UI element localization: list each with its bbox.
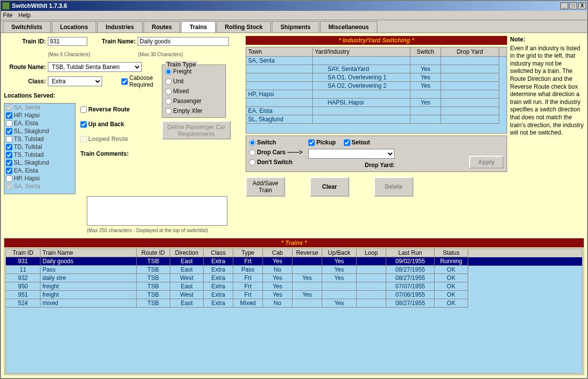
tab-shipments[interactable]: Shipments [272,21,319,33]
trains-col-header[interactable]: Train ID [6,249,40,257]
trains-col-header[interactable]: Cab [263,249,293,257]
minimize-button[interactable]: _ [560,2,568,9]
switching-row[interactable]: EA, Eista [246,107,507,115]
location-checkbox[interactable] [6,128,12,135]
train-id-hint: (Max 6 Characters) [48,52,95,57]
tab-routes[interactable]: Routes [144,21,181,33]
location-item[interactable]: SA, Senta [4,103,75,111]
train-row[interactable]: 11PassTSBEastExtraPassNoYes08/27/1955OK [6,266,582,274]
train-type-radio[interactable] [165,78,172,85]
train-row[interactable]: 931Daily goodsTSBEastExtraFrtYesYes09/02… [6,257,582,266]
train-name-input[interactable] [138,37,229,46]
location-name: SL, Skaglund [14,159,49,166]
class-select[interactable]: Extra [48,76,102,86]
drop-cars-radio[interactable] [249,149,256,156]
trains-col-header[interactable]: Status [435,249,468,257]
switching-row[interactable]: SA, Senta [246,57,507,65]
trains-col-header[interactable]: Up/Back [322,249,357,257]
tab-industries[interactable]: Industries [97,21,142,33]
location-checkbox[interactable] [6,104,12,111]
trains-col-header[interactable]: Class [204,249,233,257]
train-comments-textarea[interactable] [87,196,227,226]
train-row[interactable]: 951freightTSBWestExtraFrtYesYes07/06/195… [6,291,582,299]
trains-col-header[interactable]: Loop [357,249,386,257]
train-id-input[interactable] [48,37,87,46]
clear-button[interactable]: Clear [310,177,349,197]
location-name: SA, Senta [14,104,40,111]
switching-row[interactable]: SAY, SentaYardYes [246,65,507,73]
location-item[interactable]: SL, Skaglund [4,159,75,167]
location-checkbox[interactable] [6,160,12,166]
location-item[interactable]: TS, Tulstad [4,151,75,159]
switching-grid[interactable]: Town Yard/Industry Switch Drop Yard SA, … [246,47,507,134]
looped-route-checkbox[interactable] [80,136,87,142]
location-checkbox[interactable] [6,168,12,174]
train-type-radio[interactable] [165,108,172,114]
caboose-checkbox[interactable] [121,78,128,85]
pickup-checkbox[interactable] [308,139,315,146]
location-item[interactable]: SL, Skaglund [4,127,75,135]
menu-help[interactable]: Help [18,12,31,19]
switching-row[interactable]: SL, Skaglund [246,115,507,124]
locations-listbox[interactable]: SA, SentaHP, HapsiEA, EistaSL, SkaglundT… [4,103,75,194]
tab-trains[interactable]: Trains [181,21,215,33]
trains-col-header[interactable]: Route ID [137,249,170,257]
switching-row[interactable]: HP, Hapsi [246,90,507,99]
switching-row[interactable]: HAPSI, HapsiYes [246,99,507,107]
trains-col-header[interactable]: Type [233,249,263,257]
location-item[interactable]: TD, Tulldal [4,143,75,151]
trains-col-header[interactable]: Direction [170,249,204,257]
pickup-label: Pickup [316,139,335,146]
tab-switchlists[interactable]: Switchlists [3,21,51,33]
apply-button[interactable]: Apply [469,156,504,169]
delete-button[interactable]: Delete [374,177,413,197]
location-checkbox[interactable] [6,144,12,150]
menu-file[interactable]: File [3,12,12,19]
switch-radio[interactable] [249,139,256,146]
close-button[interactable]: X [578,2,586,9]
tab-rolling-stock[interactable]: Rolling Stock [217,21,271,33]
location-checkbox[interactable] [6,136,12,142]
train-type-radio[interactable] [165,98,172,104]
train-comments-hint: (Max 255 characters - Displayed at the t… [87,228,242,233]
location-item[interactable]: EA, Eista [4,167,75,174]
train-type-label: Passenger [173,98,201,104]
location-name: HP, Hapsi [14,112,39,119]
train-type-radio[interactable] [165,88,172,95]
trains-col-header[interactable]: Last Run [386,249,435,257]
location-checkbox[interactable] [6,112,12,119]
define-passenger-button[interactable]: Define Passenger Car Requirements [162,121,231,139]
location-checkbox[interactable] [6,183,12,190]
train-row[interactable]: 950freightTSBEastExtraFrtYes07/07/1955OK [6,282,582,291]
location-item[interactable]: HP, Hapsi [4,111,75,119]
train-row[interactable]: 932daily xtreTSBWestExtraFrtYesYesYes08/… [6,274,582,282]
add-save-button[interactable]: Add/Save Train [246,177,285,197]
tab-miscellaneous[interactable]: Miscellaneous [320,21,377,33]
route-name-select[interactable]: TSB, Tuldall Senta Banen [48,62,142,72]
location-checkbox[interactable] [6,120,12,127]
train-type-radio[interactable] [165,69,172,75]
switching-title: * Industry/Yard Switching * [246,36,507,45]
location-checkbox[interactable] [6,175,12,182]
up-and-back-checkbox[interactable] [80,121,87,128]
trains-col-header[interactable]: Reverse [293,249,322,257]
switching-row[interactable]: SA O1, Overlevering 1Yes [246,73,507,82]
reverse-route-checkbox[interactable] [80,106,87,113]
dont-switch-label: Don't Switch [257,159,293,166]
dont-switch-radio[interactable] [249,159,256,166]
switching-row[interactable]: SA O2, Overlevering 2Yes [246,82,507,90]
trains-col-header[interactable]: Train Name [40,249,137,257]
location-item[interactable]: HP, Hapsi [4,174,75,182]
location-item[interactable]: SA, Senta [4,182,75,190]
train-row[interactable]: 524mixedTSBEastExtraMixedNoYes08/27/1955… [6,299,582,308]
location-checkbox[interactable] [6,152,12,158]
trains-grid[interactable]: Train IDTrain NameRoute IDDirectionClass… [5,248,583,374]
location-name: EA, Eista [14,167,38,174]
drop-cars-select[interactable] [308,149,395,159]
setout-label: Setout [352,139,370,146]
maximize-button[interactable]: □ [569,2,577,9]
location-item[interactable]: EA, Eista [4,119,75,127]
setout-checkbox[interactable] [344,139,350,146]
location-item[interactable]: TS, Tulstad [4,135,75,143]
tab-locations[interactable]: Locations [52,21,97,33]
